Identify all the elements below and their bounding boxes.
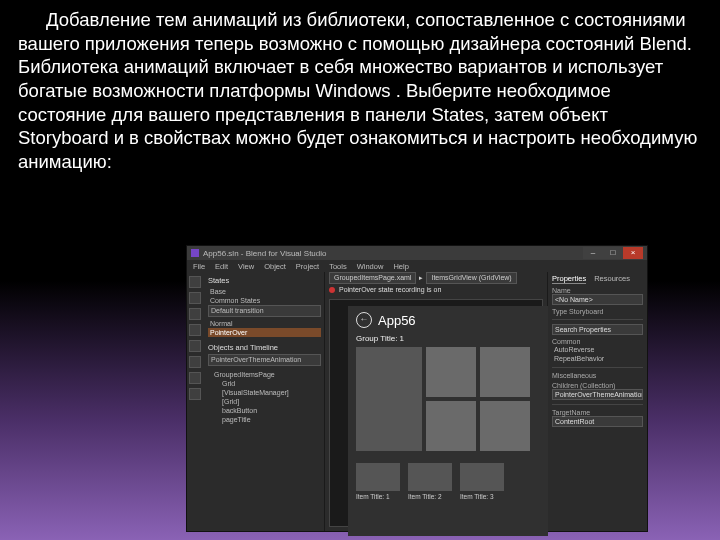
left-panels: States Base Common States Default transi… <box>205 272 325 531</box>
design-surface-area: GroupedItemsPage.xaml ▸ ItemsGridView (G… <box>325 272 547 531</box>
tree-vsm[interactable]: [VisualStateManager] <box>208 388 321 397</box>
list-item[interactable]: Item Title: 2 <box>408 463 452 500</box>
item-title: Item Title: 1 <box>356 493 400 500</box>
item-title: Item Title: 2 <box>408 493 452 500</box>
tab-properties[interactable]: Properties <box>552 274 586 284</box>
category-misc[interactable]: Miscellaneous <box>552 372 643 379</box>
default-transition[interactable]: Default transition <box>208 305 321 317</box>
recording-text: PointerOver state recording is on <box>339 286 441 293</box>
tool-brush-icon[interactable] <box>189 324 201 336</box>
separator <box>552 319 643 320</box>
blend-app-icon <box>191 249 199 257</box>
list-item[interactable]: Item Title: 3 <box>460 463 504 500</box>
state-group[interactable]: Common States <box>208 296 321 305</box>
object-tree: GroupedItemsPage Grid [VisualStateManage… <box>208 370 321 424</box>
objects-panel-header[interactable]: Objects and Timeline <box>208 343 321 352</box>
properties-panel: Properties Resources Name <No Name> Type… <box>547 272 647 531</box>
window-controls: – □ × <box>583 247 643 259</box>
type-label: Type Storyboard <box>552 308 643 315</box>
tool-asset-icon[interactable] <box>189 388 201 400</box>
list-item[interactable]: Item Title: 1 <box>356 463 400 500</box>
preview-title: App56 <box>378 313 416 328</box>
prop-repeat[interactable]: RepeatBehavior <box>552 354 643 363</box>
tree-page[interactable]: GroupedItemsPage <box>208 370 321 379</box>
preview-header: ← App56 <box>348 306 548 334</box>
separator <box>552 404 643 405</box>
tool-grid-icon[interactable] <box>189 372 201 384</box>
preview-grid <box>348 347 548 451</box>
chevron-icon: ▸ <box>419 274 423 282</box>
storyboard-dropdown[interactable]: PointerOverThemeAnimation <box>208 354 321 366</box>
search-properties[interactable]: Search Properties <box>552 324 643 335</box>
menu-file[interactable]: File <box>193 262 205 271</box>
menubar: File Edit View Object Project Tools Wind… <box>187 260 647 272</box>
targetname-field[interactable]: ContentRoot <box>552 416 643 427</box>
tool-rect-icon[interactable] <box>189 340 201 352</box>
crumb-file[interactable]: GroupedItemsPage.xaml <box>329 272 416 284</box>
tab-resources[interactable]: Resources <box>594 274 630 284</box>
menu-help[interactable]: Help <box>393 262 408 271</box>
menu-tools[interactable]: Tools <box>329 262 347 271</box>
item-thumb <box>356 463 400 491</box>
children-label: Children (Collection) <box>552 382 643 389</box>
menu-edit[interactable]: Edit <box>215 262 228 271</box>
item-thumb <box>408 463 452 491</box>
breadcrumb: GroupedItemsPage.xaml ▸ ItemsGridView (G… <box>325 272 547 284</box>
category-common[interactable]: Common <box>552 338 643 345</box>
state-pointerover[interactable]: PointerOver <box>208 328 321 337</box>
tile-4[interactable] <box>480 401 530 451</box>
prop-autoreverse[interactable]: AutoReverse <box>552 345 643 354</box>
state-normal[interactable]: Normal <box>208 319 321 328</box>
close-button[interactable]: × <box>623 247 643 259</box>
slide: Добавление тем анимаций из библиотеки, с… <box>0 0 720 540</box>
name-label: Name <box>552 287 643 294</box>
menu-view[interactable]: View <box>238 262 254 271</box>
minimize-button[interactable]: – <box>583 247 603 259</box>
menu-project[interactable]: Project <box>296 262 319 271</box>
menu-window[interactable]: Window <box>357 262 384 271</box>
window-title: App56.sln - Blend for Visual Studio <box>203 249 579 258</box>
maximize-button[interactable]: □ <box>603 247 623 259</box>
item-title: Item Title: 3 <box>460 493 504 500</box>
workspace: States Base Common States Default transi… <box>187 272 647 531</box>
children-field[interactable]: PointerOverThemeAnimation <box>552 389 643 400</box>
crumb-scope[interactable]: ItemsGridView (GridView) <box>426 272 516 284</box>
targetname-label: TargetName <box>552 409 643 416</box>
back-button-icon[interactable]: ← <box>356 312 372 328</box>
record-icon <box>329 287 335 293</box>
tile-large[interactable] <box>356 347 422 451</box>
tile-1[interactable] <box>426 347 476 397</box>
item-thumb <box>460 463 504 491</box>
states-panel-header[interactable]: States <box>208 276 321 285</box>
preview-page: ← App56 Group Title: 1 <box>348 306 548 536</box>
tree-innergrid[interactable]: [Grid] <box>208 397 321 406</box>
preview-group-title: Group Title: 1 <box>348 334 548 347</box>
tool-zoom-icon[interactable] <box>189 308 201 320</box>
panel-tabs: Properties Resources <box>552 274 643 284</box>
preview-items-row: Item Title: 1 Item Title: 2 Item Title: … <box>348 451 548 500</box>
tool-pointer-icon[interactable] <box>189 276 201 288</box>
toolbox <box>187 272 205 531</box>
tool-hand-icon[interactable] <box>189 292 201 304</box>
tree-pagetitle[interactable]: pageTitle <box>208 415 321 424</box>
titlebar[interactable]: App56.sln - Blend for Visual Studio – □ … <box>187 246 647 260</box>
tree-backbutton[interactable]: backButton <box>208 406 321 415</box>
name-field[interactable]: <No Name> <box>552 294 643 305</box>
state-recording-bar: PointerOver state recording is on <box>325 284 547 295</box>
tree-grid[interactable]: Grid <box>208 379 321 388</box>
slide-body-text: Добавление тем анимаций из библиотеки, с… <box>0 0 720 174</box>
blend-window: App56.sln - Blend for Visual Studio – □ … <box>186 245 648 532</box>
tile-2[interactable] <box>480 347 530 397</box>
menu-object[interactable]: Object <box>264 262 286 271</box>
design-surface[interactable]: ← App56 Group Title: 1 <box>329 299 543 527</box>
tool-text-icon[interactable] <box>189 356 201 368</box>
tile-3[interactable] <box>426 401 476 451</box>
state-base[interactable]: Base <box>208 287 321 296</box>
separator <box>552 367 643 368</box>
